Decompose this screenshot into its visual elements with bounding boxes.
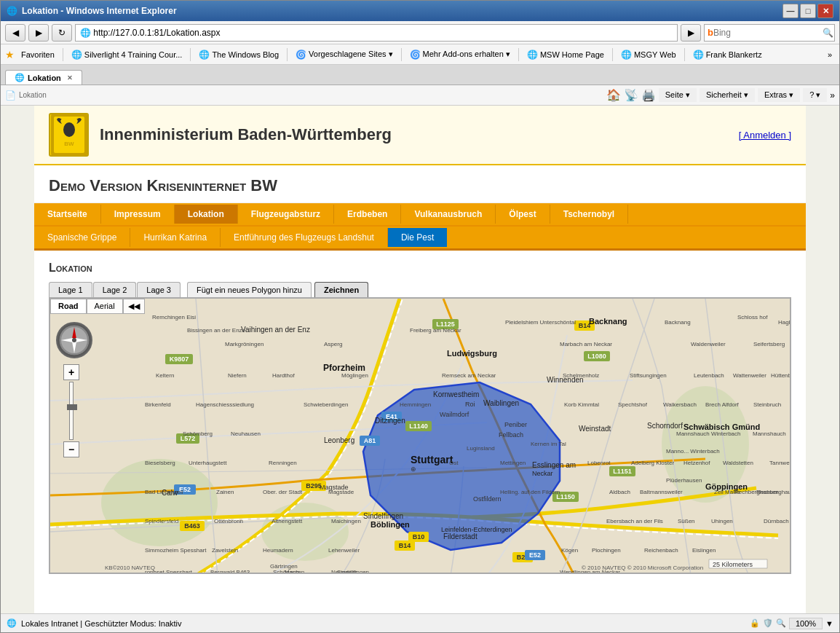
map-container[interactable]: E52 K9807 L572 B295: [49, 297, 791, 574]
svg-text:Waiblingen: Waiblingen: [483, 399, 519, 407]
svg-text:Roi: Roi: [465, 401, 475, 408]
nav-spanische-grippe[interactable]: Spanische Grippe: [34, 228, 130, 247]
favorites-item-silverlight[interactable]: 🌐 Silverlight 4 Training Cour...: [66, 47, 188, 62]
lokation-tab[interactable]: 🌐 Lokation ✕: [5, 70, 82, 84]
svg-text:Backnang: Backnang: [665, 319, 691, 326]
browser-window: 🌐 Lokation - Windows Internet Explorer —…: [0, 0, 840, 633]
nav-die-pest[interactable]: Die Pest: [388, 228, 447, 247]
login-link[interactable]: [ Anmelden ]: [739, 130, 791, 141]
svg-text:Wattenweiler: Wattenweiler: [733, 372, 766, 379]
addons-label: Mehr Add-ons erhalten ▾: [423, 50, 510, 59]
windows-blog-label: The Windows Blog: [212, 50, 279, 59]
search-icon[interactable]: 🔍: [823, 28, 833, 38]
favorites-text: Favoriten: [21, 50, 55, 59]
tab-close-icon[interactable]: ✕: [67, 74, 73, 82]
go-button[interactable]: ▶: [681, 24, 701, 42]
svg-text:Simmozheim Spesshart: Simmozheim Spesshart: [145, 547, 207, 554]
help-menu-button[interactable]: ? ▾: [803, 88, 827, 102]
back-button[interactable]: ◀: [5, 24, 25, 42]
nav-vulkanausbruch[interactable]: Vulkanausbruch: [401, 205, 496, 224]
zoom-out-button[interactable]: −: [63, 441, 79, 457]
zoom-thumb[interactable]: [67, 404, 77, 410]
svg-text:Bieselsberg: Bieselsberg: [145, 460, 175, 466]
tab-label: Lokation: [28, 74, 61, 82]
svg-text:Spindlersfeld: Spindlersfeld: [145, 518, 178, 524]
map-section-title: Lokation: [49, 262, 791, 275]
svg-text:K9807: K9807: [170, 355, 189, 363]
map-expand-button[interactable]: ◀◀: [123, 299, 145, 314]
svg-text:Hagenschiesssiedlung: Hagenschiesssiedlung: [196, 401, 254, 408]
refresh-button[interactable]: ↻: [52, 24, 72, 42]
svg-text:Tannweile: Tannweile: [769, 460, 790, 466]
vorgeschlagene-icon: 🌀: [296, 50, 306, 60]
svg-text:Aldbach: Aldbach: [609, 489, 630, 495]
svg-text:Manno... Winterbach: Manno... Winterbach: [666, 448, 720, 455]
security-menu-button[interactable]: Sicherheit ▾: [700, 88, 755, 102]
nav-startseite[interactable]: Startseite: [34, 205, 101, 224]
road-map-button[interactable]: Road: [50, 299, 87, 314]
svg-text:L1140: L1140: [409, 422, 428, 430]
aerial-map-button[interactable]: Aerial: [87, 299, 123, 314]
favorites-item-msw[interactable]: 🌐 MSW Home Page: [522, 47, 609, 62]
page-menu-button[interactable]: Seite ▾: [659, 88, 697, 102]
msw-label: MSW Home Page: [540, 50, 604, 59]
forward-button[interactable]: ▶: [28, 24, 49, 42]
svg-text:Markgröningen: Markgröningen: [225, 341, 264, 347]
draw-button[interactable]: Zeichnen: [314, 282, 368, 297]
favorites-item-msgy[interactable]: 🌐 MSGY Web: [616, 47, 681, 62]
svg-text:Ludwigsburg: Ludwigsburg: [447, 349, 497, 358]
favorites-item-frank[interactable]: 🌐 Frank Blankertz: [688, 47, 767, 62]
svg-text:Möglingen: Möglingen: [341, 372, 368, 379]
nav-oelpest[interactable]: Ölpest: [496, 205, 550, 224]
extras-menu-button[interactable]: Extras ▾: [758, 88, 800, 102]
svg-text:Pforzheim: Pforzheim: [323, 363, 365, 373]
lage3-tab[interactable]: Lage 3: [137, 282, 181, 297]
svg-text:Leonberg: Leonberg: [324, 436, 354, 444]
lage1-tab[interactable]: Lage 1: [49, 282, 92, 297]
map-compass[interactable]: [56, 322, 92, 358]
svg-text:Hardthof: Hardthof: [272, 372, 295, 379]
svg-text:Bergwald B463: Bergwald B463: [210, 569, 250, 573]
minimize-button[interactable]: —: [782, 4, 799, 18]
nav-impressum[interactable]: Impressum: [101, 205, 175, 224]
zoom-slider[interactable]: [69, 382, 74, 440]
nav-hurrikan-katrina[interactable]: Hurrikan Katrina: [130, 228, 221, 247]
nav-entfuehrung[interactable]: Entführung des Flugzeugs Landshut: [221, 228, 388, 247]
svg-text:Kornwestheim: Kornwestheim: [433, 390, 479, 398]
page-icon: 📄: [5, 90, 16, 101]
favorites-item-windows-blog[interactable]: 🌐 The Windows Blog: [194, 47, 284, 62]
favorites-item-vorgeschlagene[interactable]: 🌀 Vorgeschlagene Sites ▾: [290, 47, 397, 62]
zoom-in-button[interactable]: +: [63, 364, 79, 380]
home-icon[interactable]: 🏠: [606, 88, 621, 102]
more-label: »: [828, 50, 832, 59]
svg-text:Mettingen: Mettingen: [500, 460, 526, 466]
rss-icon[interactable]: 📡: [624, 88, 638, 102]
favorites-label[interactable]: Favoriten: [16, 48, 60, 61]
nav-erdbeben[interactable]: Erdbeben: [334, 205, 401, 224]
svg-text:Korb Kimmtal: Korb Kimmtal: [564, 401, 599, 408]
nav-tschernobyl[interactable]: Tschernobyl: [550, 205, 628, 224]
status-bar: 🌐 Lokales Intranet | Geschützter Modus: …: [1, 613, 839, 632]
address-input[interactable]: [93, 28, 673, 38]
close-button[interactable]: ✕: [817, 4, 833, 18]
nav-flugzeugabsturz[interactable]: Flugzeugabsturz: [238, 205, 334, 224]
svg-text:Hüttenbach: Hüttenbach: [771, 372, 790, 379]
svg-text:Birkenfeld: Birkenfeld: [145, 401, 171, 408]
svg-text:Fellbach: Fellbach: [499, 431, 523, 439]
svg-text:Leutenbach: Leutenbach: [694, 372, 724, 379]
more-favorites-button[interactable]: »: [825, 49, 835, 60]
browser-icon: 🌐: [7, 6, 17, 16]
svg-text:Pleidelshiem Unterschöntal: Pleidelshiem Unterschöntal: [505, 319, 576, 326]
title-bar: 🌐 Lokation - Windows Internet Explorer —…: [1, 1, 839, 21]
add-polygon-button[interactable]: Fügt ein neues Polygon hinzu: [187, 282, 312, 297]
nav-lokation[interactable]: Lokation: [175, 205, 238, 224]
svg-text:Freiberg am Neckar: Freiberg am Neckar: [410, 327, 461, 334]
lage2-tab[interactable]: Lage 2: [93, 282, 137, 297]
maximize-button[interactable]: □: [800, 4, 816, 18]
favorites-item-addons[interactable]: 🌀 Mehr Add-ons erhalten ▾: [405, 47, 515, 62]
msw-icon: 🌐: [527, 50, 538, 60]
print-icon[interactable]: 🖨️: [641, 88, 656, 102]
search-input[interactable]: [713, 28, 823, 38]
more-cmd-icon[interactable]: »: [830, 90, 835, 101]
zoom-dropdown-icon[interactable]: ▼: [825, 619, 833, 628]
